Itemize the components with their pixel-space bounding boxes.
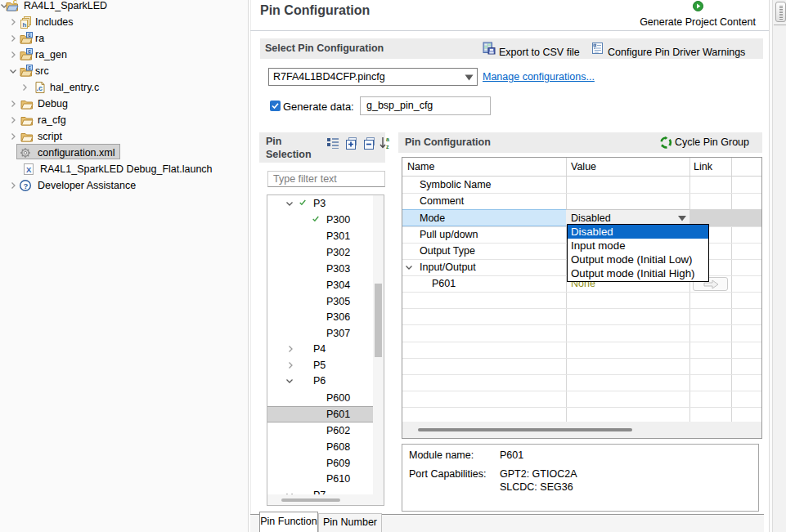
svg-text:z: z [386,144,389,150]
svg-text:a: a [386,136,389,142]
